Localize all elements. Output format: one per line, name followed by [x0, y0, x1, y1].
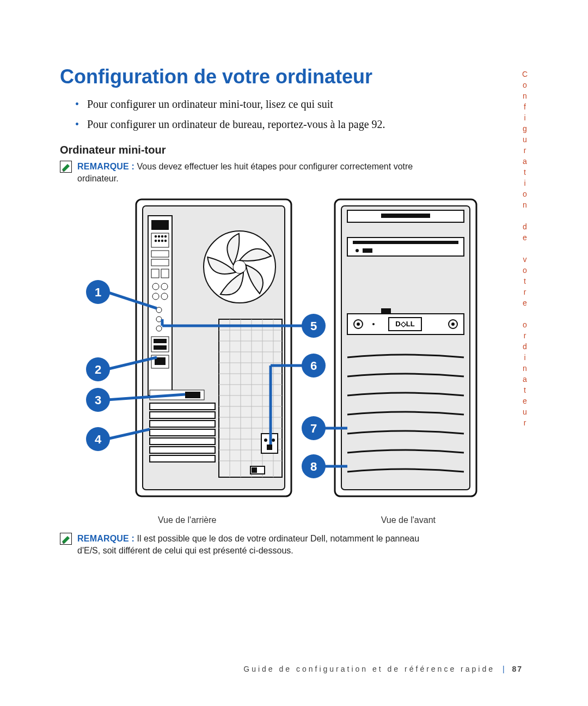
page-title: Configuration de votre ordinateur [60, 65, 534, 88]
svg-point-19 [161, 283, 168, 290]
computer-diagram: D◇LL [76, 194, 490, 510]
callout-1: 1 [95, 285, 101, 299]
intro-bullet-list: Pour configurer un ordinateur mini-tour,… [75, 98, 534, 131]
remark-text: REMARQUE : Vous devez effectuer les huit… [77, 161, 430, 184]
svg-point-13 [164, 240, 167, 242]
svg-point-6 [155, 235, 157, 238]
svg-rect-17 [161, 269, 169, 278]
remark-block: REMARQUE : Vous devez effectuer les huit… [60, 161, 430, 184]
remark-label: REMARQUE : [77, 162, 134, 171]
svg-rect-65 [252, 467, 257, 473]
remark-block-2: REMARQUE : Il est possible que le dos de… [60, 533, 430, 556]
callout-3: 3 [95, 393, 101, 407]
svg-rect-27 [154, 345, 167, 350]
front-tower: D◇LL [335, 199, 476, 496]
svg-rect-15 [151, 259, 169, 266]
page-footer: Guide de configuration et de référence r… [0, 665, 523, 673]
svg-point-24 [156, 326, 162, 331]
diagram-captions: Vue de l'arrière Vue de l'avant [76, 515, 490, 525]
svg-point-9 [164, 235, 167, 238]
svg-point-8 [161, 235, 163, 238]
svg-rect-36 [150, 421, 215, 427]
svg-rect-70 [347, 238, 464, 256]
svg-point-20 [152, 293, 159, 300]
svg-point-18 [152, 283, 159, 290]
svg-point-10 [155, 240, 157, 242]
svg-rect-34 [150, 403, 215, 410]
bullet-item: Pour configurer un ordinateur de bureau,… [75, 118, 534, 131]
callout-8: 8 [310, 460, 317, 473]
callout-right-group: 5 6 7 8 [302, 314, 326, 478]
section-subheading: Ordinateur mini-tour [60, 144, 534, 156]
svg-rect-63 [267, 445, 272, 450]
svg-rect-73 [363, 248, 372, 253]
svg-rect-71 [353, 241, 458, 244]
footer-book-title: Guide de configuration et de référence r… [243, 665, 495, 673]
svg-rect-78 [381, 308, 391, 314]
svg-point-11 [158, 240, 160, 242]
svg-point-80 [451, 322, 455, 326]
svg-rect-38 [150, 438, 215, 445]
callout-2: 2 [95, 363, 101, 376]
footer-separator: | [503, 665, 505, 673]
brand-badge: D◇LL [395, 320, 414, 328]
svg-point-72 [356, 249, 359, 252]
caption-back: Vue de l'arrière [158, 515, 216, 525]
callout-5: 5 [310, 319, 317, 333]
callout-left-group: 1 2 3 4 [86, 280, 110, 451]
svg-rect-14 [151, 251, 169, 257]
footer-page-number: 87 [512, 665, 523, 673]
svg-point-76 [357, 322, 360, 326]
svg-point-61 [264, 439, 267, 442]
svg-rect-33 [185, 392, 200, 398]
caption-front: Vue de l'avant [381, 515, 436, 525]
svg-rect-26 [154, 339, 167, 343]
svg-rect-16 [151, 269, 159, 278]
note-icon [60, 161, 72, 175]
svg-rect-4 [151, 220, 169, 230]
remark-text-2: REMARQUE : Il est possible que le dos de… [77, 533, 430, 556]
page: Configuration de votre ordinateur Config… [0, 0, 588, 706]
svg-point-21 [161, 293, 168, 300]
svg-rect-40 [150, 455, 215, 462]
svg-rect-69 [381, 214, 430, 218]
bullet-item: Pour configurer un ordinateur mini-tour,… [75, 98, 534, 111]
callout-7: 7 [310, 422, 317, 435]
svg-point-7 [158, 235, 160, 238]
remark-label-2: REMARQUE : [77, 534, 134, 543]
callout-4: 4 [95, 433, 102, 446]
callout-6: 6 [310, 359, 317, 373]
svg-point-81 [372, 323, 375, 325]
svg-point-22 [156, 307, 162, 313]
svg-rect-35 [150, 412, 215, 418]
svg-rect-39 [150, 447, 215, 453]
back-tower [136, 199, 291, 496]
svg-rect-37 [150, 429, 215, 436]
svg-point-12 [161, 240, 163, 242]
svg-point-62 [272, 439, 275, 442]
note-icon [60, 533, 72, 547]
